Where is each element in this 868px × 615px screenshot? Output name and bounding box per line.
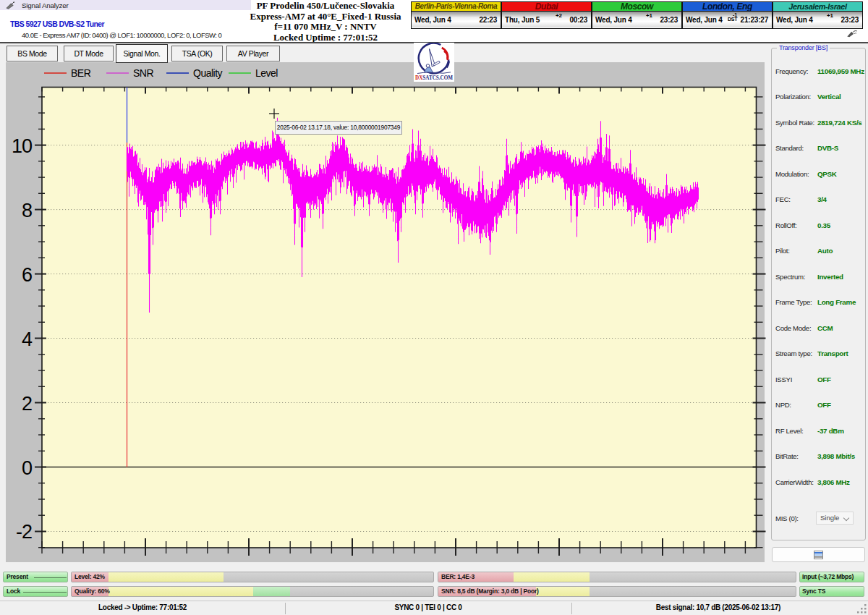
svg-text:DXSATCS.COM: DXSATCS.COM bbox=[415, 74, 453, 81]
